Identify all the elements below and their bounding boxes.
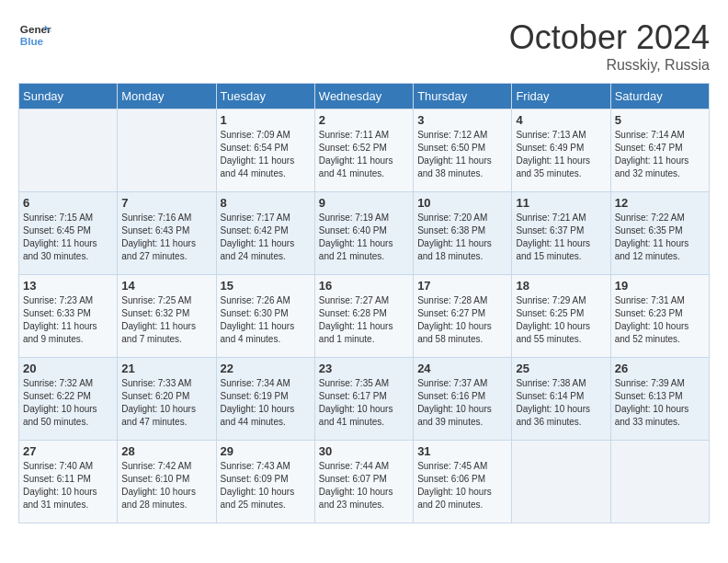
weekday-header-friday: Friday xyxy=(512,84,610,109)
day-info: Sunrise: 7:28 AM Sunset: 6:27 PM Dayligh… xyxy=(417,294,507,346)
day-info: Sunrise: 7:26 AM Sunset: 6:30 PM Dayligh… xyxy=(221,294,311,346)
calendar-day-cell: 18Sunrise: 7:29 AM Sunset: 6:25 PM Dayli… xyxy=(512,275,610,358)
day-number: 5 xyxy=(615,113,705,127)
calendar-day-cell: 15Sunrise: 7:26 AM Sunset: 6:30 PM Dayli… xyxy=(216,275,314,358)
day-number: 11 xyxy=(516,196,606,210)
calendar-day-cell: 24Sunrise: 7:37 AM Sunset: 6:16 PM Dayli… xyxy=(414,358,512,441)
day-number: 14 xyxy=(121,279,211,293)
calendar-day-cell: 1Sunrise: 7:09 AM Sunset: 6:54 PM Daylig… xyxy=(216,109,314,192)
calendar-day-cell: 17Sunrise: 7:28 AM Sunset: 6:27 PM Dayli… xyxy=(414,275,512,358)
calendar-day-cell: 27Sunrise: 7:40 AM Sunset: 6:11 PM Dayli… xyxy=(19,441,118,523)
calendar-day-cell: 16Sunrise: 7:27 AM Sunset: 6:28 PM Dayli… xyxy=(314,275,413,358)
empty-day-cell xyxy=(118,109,216,192)
day-info: Sunrise: 7:43 AM Sunset: 6:09 PM Dayligh… xyxy=(221,460,311,511)
day-info: Sunrise: 7:21 AM Sunset: 6:37 PM Dayligh… xyxy=(516,212,606,263)
day-number: 8 xyxy=(221,196,311,210)
day-number: 9 xyxy=(319,196,409,210)
calendar-day-cell: 14Sunrise: 7:25 AM Sunset: 6:32 PM Dayli… xyxy=(118,275,216,358)
day-info: Sunrise: 7:35 AM Sunset: 6:17 PM Dayligh… xyxy=(319,377,409,429)
day-info: Sunrise: 7:19 AM Sunset: 6:40 PM Dayligh… xyxy=(319,212,409,263)
weekday-header-thursday: Thursday xyxy=(414,84,512,109)
day-number: 4 xyxy=(516,113,606,127)
day-info: Sunrise: 7:44 AM Sunset: 6:07 PM Dayligh… xyxy=(319,460,409,511)
calendar-week-row: 6Sunrise: 7:15 AM Sunset: 6:45 PM Daylig… xyxy=(19,192,710,275)
day-info: Sunrise: 7:15 AM Sunset: 6:45 PM Dayligh… xyxy=(23,212,113,263)
day-number: 1 xyxy=(221,113,311,127)
day-number: 21 xyxy=(121,362,211,375)
calendar-week-row: 1Sunrise: 7:09 AM Sunset: 6:54 PM Daylig… xyxy=(19,109,710,192)
day-number: 6 xyxy=(23,196,113,210)
day-number: 18 xyxy=(516,279,606,293)
day-number: 22 xyxy=(221,362,311,375)
calendar-day-cell: 20Sunrise: 7:32 AM Sunset: 6:22 PM Dayli… xyxy=(19,358,118,441)
month-title: October 2024 xyxy=(509,18,710,57)
day-info: Sunrise: 7:25 AM Sunset: 6:32 PM Dayligh… xyxy=(121,294,211,346)
calendar-day-cell: 6Sunrise: 7:15 AM Sunset: 6:45 PM Daylig… xyxy=(19,192,118,275)
day-info: Sunrise: 7:31 AM Sunset: 6:23 PM Dayligh… xyxy=(615,294,705,346)
calendar-week-row: 27Sunrise: 7:40 AM Sunset: 6:11 PM Dayli… xyxy=(19,441,710,523)
day-number: 27 xyxy=(23,444,113,458)
calendar-day-cell: 26Sunrise: 7:39 AM Sunset: 6:13 PM Dayli… xyxy=(610,358,709,441)
day-info: Sunrise: 7:45 AM Sunset: 6:06 PM Dayligh… xyxy=(417,460,507,511)
day-info: Sunrise: 7:40 AM Sunset: 6:11 PM Dayligh… xyxy=(23,460,113,511)
day-info: Sunrise: 7:20 AM Sunset: 6:38 PM Dayligh… xyxy=(417,212,507,263)
calendar-day-cell: 9Sunrise: 7:19 AM Sunset: 6:40 PM Daylig… xyxy=(314,192,413,275)
day-number: 7 xyxy=(121,196,211,210)
logo: General Blue xyxy=(18,18,51,52)
weekday-header-wednesday: Wednesday xyxy=(314,84,413,109)
calendar-day-cell: 23Sunrise: 7:35 AM Sunset: 6:17 PM Dayli… xyxy=(314,358,413,441)
calendar-day-cell: 5Sunrise: 7:14 AM Sunset: 6:47 PM Daylig… xyxy=(610,109,709,192)
day-info: Sunrise: 7:17 AM Sunset: 6:42 PM Dayligh… xyxy=(221,212,311,263)
calendar-day-cell: 11Sunrise: 7:21 AM Sunset: 6:37 PM Dayli… xyxy=(512,192,610,275)
calendar-day-cell: 29Sunrise: 7:43 AM Sunset: 6:09 PM Dayli… xyxy=(216,441,314,523)
empty-day-cell xyxy=(512,441,610,523)
day-number: 23 xyxy=(319,362,409,375)
calendar-day-cell: 22Sunrise: 7:34 AM Sunset: 6:19 PM Dayli… xyxy=(216,358,314,441)
day-info: Sunrise: 7:22 AM Sunset: 6:35 PM Dayligh… xyxy=(615,212,705,263)
calendar-day-cell: 12Sunrise: 7:22 AM Sunset: 6:35 PM Dayli… xyxy=(610,192,709,275)
calendar-day-cell: 21Sunrise: 7:33 AM Sunset: 6:20 PM Dayli… xyxy=(118,358,216,441)
day-info: Sunrise: 7:09 AM Sunset: 6:54 PM Dayligh… xyxy=(221,129,311,180)
calendar-day-cell: 19Sunrise: 7:31 AM Sunset: 6:23 PM Dayli… xyxy=(610,275,709,358)
day-number: 19 xyxy=(615,279,705,293)
calendar-week-row: 13Sunrise: 7:23 AM Sunset: 6:33 PM Dayli… xyxy=(19,275,710,358)
day-info: Sunrise: 7:42 AM Sunset: 6:10 PM Dayligh… xyxy=(121,460,211,511)
day-number: 24 xyxy=(417,362,507,375)
day-info: Sunrise: 7:37 AM Sunset: 6:16 PM Dayligh… xyxy=(417,377,507,429)
calendar-day-cell: 2Sunrise: 7:11 AM Sunset: 6:52 PM Daylig… xyxy=(314,109,413,192)
day-info: Sunrise: 7:12 AM Sunset: 6:50 PM Dayligh… xyxy=(417,129,507,180)
calendar-week-row: 20Sunrise: 7:32 AM Sunset: 6:22 PM Dayli… xyxy=(19,358,710,441)
day-info: Sunrise: 7:14 AM Sunset: 6:47 PM Dayligh… xyxy=(615,129,705,180)
calendar-day-cell: 4Sunrise: 7:13 AM Sunset: 6:49 PM Daylig… xyxy=(512,109,610,192)
calendar-day-cell: 8Sunrise: 7:17 AM Sunset: 6:42 PM Daylig… xyxy=(216,192,314,275)
day-info: Sunrise: 7:34 AM Sunset: 6:19 PM Dayligh… xyxy=(221,377,311,429)
day-number: 10 xyxy=(417,196,507,210)
day-info: Sunrise: 7:13 AM Sunset: 6:49 PM Dayligh… xyxy=(516,129,606,180)
svg-text:Blue: Blue xyxy=(20,35,44,47)
title-block: October 2024 Russkiy, Russia xyxy=(509,18,710,74)
empty-day-cell xyxy=(19,109,118,192)
day-number: 31 xyxy=(417,444,507,458)
calendar-day-cell: 30Sunrise: 7:44 AM Sunset: 6:07 PM Dayli… xyxy=(314,441,413,523)
day-info: Sunrise: 7:23 AM Sunset: 6:33 PM Dayligh… xyxy=(23,294,113,346)
day-info: Sunrise: 7:29 AM Sunset: 6:25 PM Dayligh… xyxy=(516,294,606,346)
day-number: 3 xyxy=(417,113,507,127)
calendar-table: SundayMondayTuesdayWednesdayThursdayFrid… xyxy=(18,83,710,523)
day-number: 17 xyxy=(417,279,507,293)
day-number: 30 xyxy=(319,444,409,458)
day-number: 12 xyxy=(615,196,705,210)
day-info: Sunrise: 7:32 AM Sunset: 6:22 PM Dayligh… xyxy=(23,377,113,429)
weekday-header-saturday: Saturday xyxy=(610,84,709,109)
day-info: Sunrise: 7:11 AM Sunset: 6:52 PM Dayligh… xyxy=(319,129,409,180)
day-number: 2 xyxy=(319,113,409,127)
location-subtitle: Russkiy, Russia xyxy=(509,57,710,74)
weekday-header-sunday: Sunday xyxy=(19,84,118,109)
logo-icon: General Blue xyxy=(18,18,51,52)
day-number: 13 xyxy=(23,279,113,293)
day-number: 16 xyxy=(319,279,409,293)
calendar-day-cell: 10Sunrise: 7:20 AM Sunset: 6:38 PM Dayli… xyxy=(414,192,512,275)
weekday-header-row: SundayMondayTuesdayWednesdayThursdayFrid… xyxy=(19,84,710,109)
weekday-header-tuesday: Tuesday xyxy=(216,84,314,109)
calendar-day-cell: 3Sunrise: 7:12 AM Sunset: 6:50 PM Daylig… xyxy=(414,109,512,192)
day-info: Sunrise: 7:27 AM Sunset: 6:28 PM Dayligh… xyxy=(319,294,409,346)
